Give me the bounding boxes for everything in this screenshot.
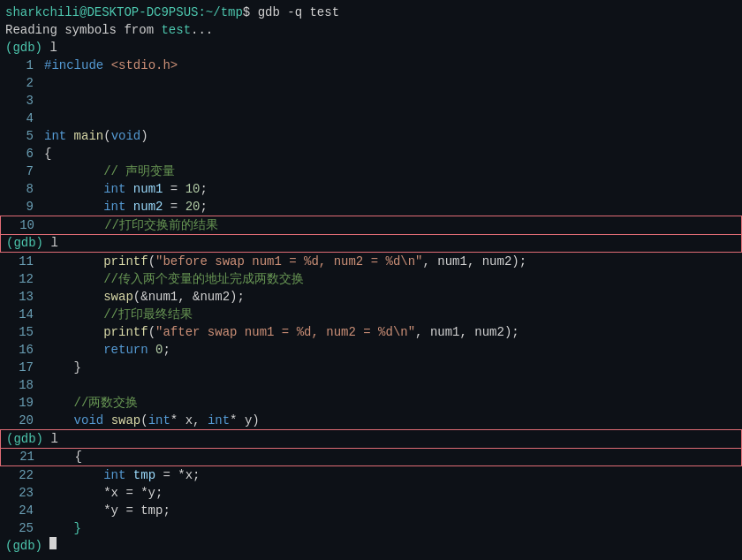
code-line-19: 19 //两数交换 <box>0 394 742 412</box>
code-line-1: 1 #include <stdio.h> <box>0 57 742 74</box>
code-line-14: 14 //打印最终结果 <box>0 306 742 323</box>
code-line-25: 25 } <box>0 519 742 537</box>
code-line-13: 13 swap(&num1, &num2); <box>0 288 742 306</box>
gdb-prompt-1: (gdb) l <box>0 39 742 57</box>
gdb-prompt-3: (gdb) l <box>0 429 742 449</box>
gdb-prompt-2: (gdb) l <box>0 234 742 253</box>
code-line-2: 2 <box>0 74 742 92</box>
initial-prompt-line: sharkchili@DESKTOP-DC9PSUS:~/tmp$ gdb -q… <box>0 4 742 21</box>
code-line-9: 9 int num2 = 20; <box>0 198 742 216</box>
code-line-23: 23 *x = *y; <box>0 484 742 502</box>
code-line-18: 18 <box>0 376 742 394</box>
code-line-21: 21 { <box>0 448 742 466</box>
code-line-15: 15 printf("after swap num1 = %d, num2 = … <box>0 323 742 341</box>
prompt-dollar: $ gdb -q test <box>243 4 339 21</box>
code-line-17: 17 } <box>0 359 742 376</box>
terminal-cursor <box>49 537 57 549</box>
code-line-20: 20 void swap(int* x, int* y) <box>0 412 742 429</box>
code-line-3: 3 <box>0 92 742 110</box>
reading-symbols-line: Reading symbols from test... <box>0 21 742 39</box>
code-line-8: 8 int num1 = 10; <box>0 180 742 198</box>
code-line-5: 5 int main(void) <box>0 127 742 145</box>
gdb-prompt-final[interactable]: (gdb) <box>0 537 742 555</box>
code-line-16: 16 return 0; <box>0 341 742 359</box>
code-line-10: 10 //打印交换前的结果 <box>0 216 742 235</box>
code-line-6: 6 { <box>0 145 742 163</box>
code-line-7: 7 // 声明变量 <box>0 163 742 180</box>
code-line-11: 11 printf("before swap num1 = %d, num2 =… <box>0 253 742 270</box>
code-line-12: 12 //传入两个变量的地址完成两数交换 <box>0 270 742 288</box>
code-line-24: 24 *y = tmp; <box>0 502 742 519</box>
username-prompt: sharkchili@DESKTOP-DC9PSUS:~/tmp <box>5 4 243 21</box>
code-line-4: 4 <box>0 110 742 127</box>
terminal: sharkchili@DESKTOP-DC9PSUS:~/tmp$ gdb -q… <box>0 0 742 560</box>
code-line-22: 22 int tmp = *x; <box>0 466 742 484</box>
